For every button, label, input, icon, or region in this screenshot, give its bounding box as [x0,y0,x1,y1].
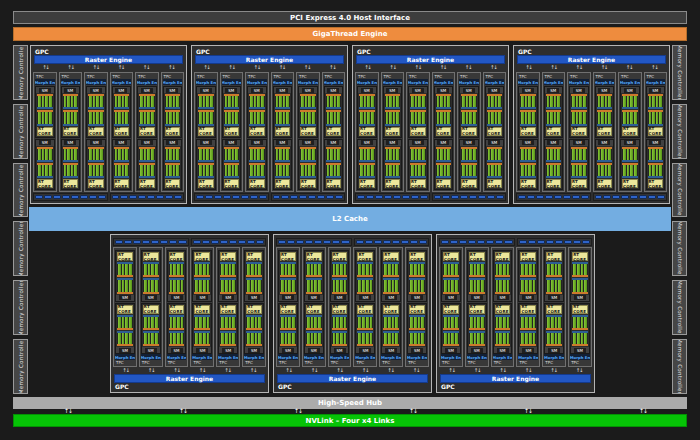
cuda-core-bar [393,112,396,123]
cuda-core-bar [292,317,295,328]
sm-core-section [648,94,664,109]
cuda-core-bar [232,96,235,107]
cuda-core-bar [388,333,391,344]
sm-core-section [648,147,664,162]
sm-header: SM [245,347,263,353]
rop-unit [563,195,571,199]
sm-header-label: SM [547,140,559,145]
cuda-core-bar [181,333,184,344]
gpu-die-diagram: PCI Express 4.0 Host Interface GigaThrea… [0,0,700,440]
cuda-core-bar [532,149,535,160]
cuda-core-bar [547,264,550,275]
polymorph-engine-bar: PolyMorph Engine [137,79,157,85]
tpc-arrow-icon: ↑↓ [465,367,491,374]
sm-core-section [546,315,562,330]
cuda-core-bar [389,96,392,107]
core-bar-group [385,112,401,123]
sm-core-section [469,278,485,293]
core-bar-group [326,149,342,160]
cuda-core-bar [64,112,67,123]
cuda-core-bar [100,96,103,107]
core-bar-group [88,96,104,107]
cuda-core-bar [247,280,250,291]
rt-core-block: RT CORE [117,305,133,314]
cuda-core-bar [411,96,414,107]
tpc-arrow-icon: ↑↓ [481,64,506,71]
rt-core-block: RT CORE [546,252,562,261]
sm-core-section [622,94,638,109]
sm-strip-orange [469,328,485,330]
cuda-core-bar [118,96,121,107]
core-bar-group [332,317,348,328]
cuda-core-bar [74,96,77,107]
cuda-core-bar [557,112,560,123]
sm-core-section [385,94,401,109]
cuda-core-bar [579,112,582,123]
polymorph-engine-bar-label: PolyMorph Engine [324,80,344,85]
rop-unit [35,195,43,199]
rop-unit [335,195,343,199]
sm-core-section [359,147,375,162]
sm-strip-orange [520,328,536,330]
sm-header: SM [570,87,588,93]
cuda-core-bar [286,149,289,160]
sm-header: SM [460,87,478,93]
cuda-core-bar [166,165,169,176]
memory-controller-block-label: Memory Controller [677,104,683,159]
sm-core-section [139,147,155,162]
cuda-core-bar [584,317,587,328]
rop-unit [621,195,629,199]
sm-block: SMRT CORE [304,303,324,355]
sm-core-section [546,94,562,109]
cuda-core-bar [232,264,235,275]
tpc-block: TPCPolyMorph EngineSMRT CORESMRT CORE [593,72,617,192]
cuda-core-bar [173,96,176,107]
cuda-core-bar [251,264,254,275]
core-bar-group [249,112,265,123]
cuda-core-bar [495,112,498,123]
sm-core-section [246,331,262,346]
rt-core-block-label: RT CORE [598,179,612,189]
tpc-block: TPCPolyMorph EngineSMRT CORESMRT CORE [33,72,57,192]
cuda-core-bar [308,96,311,107]
core-bar-group [648,149,664,160]
cuda-core-bar [605,96,608,107]
cuda-core-bar [656,165,659,176]
rop-unit [178,240,186,244]
rop-unit [564,240,572,244]
tpc-block: TPCPolyMorph EngineSMRT CORESMRT CORE [139,247,163,367]
tpc-arrow-icon: ↑↓ [33,64,58,71]
sm-strip-blue [139,107,155,109]
rt-core-block: RT CORE [300,127,316,136]
cuda-core-bar [258,280,261,291]
tpc-row: TPCPolyMorph EngineSMRT CORESMRT CORETPC… [113,247,266,367]
tpc-block: TPCPolyMorph EngineSMRT CORESMRT CORE [322,72,346,192]
tpc-arrow-icon: ↑↓ [134,64,159,71]
tpc-arrow-icon: ↑↓ [219,64,244,71]
cuda-core-bar [496,264,499,275]
core-bar-group [622,149,638,160]
cuda-core-bar [395,280,398,291]
tpc-label: TPC [330,360,350,365]
cuda-core-bar [521,149,524,160]
sm-core-section [546,262,562,277]
sm-block: SMRT CORE [137,139,157,191]
cuda-core-bar [251,317,254,328]
cuda-core-bar [623,149,626,160]
cuda-core-bar [344,333,347,344]
sm-block: SMRT CORE [192,303,212,355]
rt-core-block: RT CORE [409,305,425,314]
rop-unit [142,240,150,244]
sm-strip-orange [546,292,562,294]
sm-block: SMRT CORE [381,250,401,302]
sm-strip-orange [469,344,485,346]
rt-core-block: RT CORE [143,252,159,261]
cuda-core-bar [327,96,330,107]
cuda-core-bar [581,333,584,344]
tpc-block: TPCPolyMorph EngineSMRT CORESMRT CORE [406,72,430,192]
sm-strip-orange [495,275,511,277]
core-bar-group [572,317,588,328]
sm-core-section [443,315,459,330]
rop-unit [477,240,485,244]
cuda-core-bar [283,96,286,107]
